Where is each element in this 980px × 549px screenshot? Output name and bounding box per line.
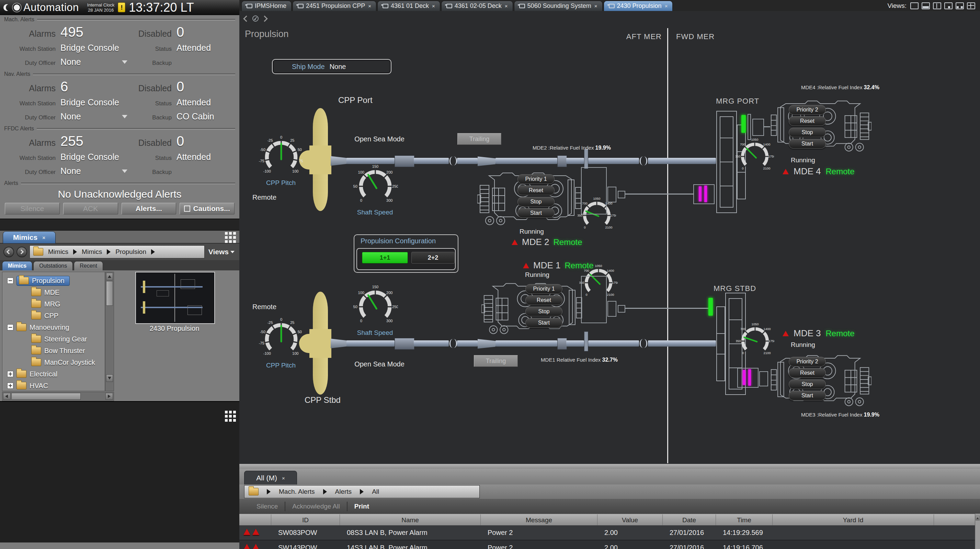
mde3-priority-button[interactable]: Priority 2	[789, 357, 826, 367]
expand-icon[interactable]	[7, 382, 13, 389]
alert-table-scrollbar[interactable]	[975, 514, 980, 549]
warning-badge-icon[interactable]: !	[118, 2, 125, 12]
expand-icon[interactable]	[7, 371, 13, 377]
mde2-reset-button[interactable]: Reset	[517, 186, 555, 195]
tree-scrollbar[interactable]	[105, 272, 114, 391]
acknowledge-all-button[interactable]: Acknowledge All	[292, 503, 340, 510]
close-icon[interactable]: ×	[594, 3, 598, 9]
tree-item-manoeuvring[interactable]: Manoeuvring	[2, 322, 105, 333]
tab-5060-sounding-system[interactable]: 5060 Sounding System ×	[514, 1, 603, 11]
all-machinery-tab[interactable]: All (M) ×	[244, 471, 297, 485]
tab-2451-propulsion-cpp[interactable]: 2451 Propulsion CPP ×	[293, 1, 376, 11]
cautions-button[interactable]: Cautions...	[180, 203, 234, 214]
scrollbar-thumb[interactable]	[106, 281, 113, 306]
duty-officer-dropdown[interactable]: None	[60, 111, 131, 121]
silence-alerts-button[interactable]: Silence	[256, 503, 278, 510]
views-dropdown[interactable]: Views	[207, 248, 236, 256]
mde4-priority-button[interactable]: Priority 2	[789, 105, 826, 114]
column-name[interactable]: Name	[340, 514, 481, 526]
scroll-up-icon[interactable]	[975, 516, 980, 520]
alerts-button[interactable]: Alerts...	[122, 203, 177, 214]
mde2-start-button[interactable]: Start	[517, 208, 555, 218]
close-icon[interactable]: ×	[432, 3, 435, 9]
tree-item-hvac[interactable]: HVAC	[2, 380, 105, 391]
column-id[interactable]: ID	[271, 514, 340, 526]
breadcrumb-item[interactable]: Alerts	[335, 488, 352, 495]
print-button[interactable]: Print	[354, 503, 369, 510]
mimic-thumbnail[interactable]	[135, 272, 215, 324]
compass-icon[interactable]	[251, 14, 259, 23]
nav-next-icon[interactable]	[261, 16, 267, 22]
mde1-stop-button[interactable]: Stop	[525, 307, 562, 316]
tree-item-steering-gear[interactable]: Steering Gear	[2, 333, 105, 345]
collapse-icon[interactable]	[7, 278, 13, 284]
port-trailing-button[interactable]: Trailing	[457, 133, 501, 145]
mde3-start-button[interactable]: Start	[789, 391, 826, 400]
breadcrumb-item[interactable]: All	[372, 488, 379, 495]
scroll-up-icon[interactable]	[106, 273, 113, 280]
scroll-left-icon[interactable]	[3, 393, 11, 400]
column-date[interactable]: Date	[663, 514, 716, 526]
tree-item-mancor-joystick[interactable]: ManCor Joystick	[2, 357, 105, 368]
day-mode-icon[interactable]	[14, 5, 20, 11]
close-icon[interactable]: ×	[282, 475, 285, 481]
duty-officer-dropdown[interactable]: None	[60, 166, 131, 176]
scroll-down-icon[interactable]	[106, 374, 113, 382]
collapse-icon[interactable]	[7, 324, 13, 330]
scroll-right-icon[interactable]	[105, 393, 113, 400]
mde1-priority-button[interactable]: Priority 1	[525, 284, 562, 294]
layout-quad-icon[interactable]	[967, 2, 975, 9]
close-icon[interactable]: ×	[368, 3, 371, 9]
tab-ipmshome[interactable]: IPMSHome	[242, 1, 291, 11]
layout-two-bottom-icon[interactable]	[956, 2, 964, 9]
subtab-outstations[interactable]: Outstations	[33, 261, 73, 270]
tree-item-bow-thruster[interactable]: Bow Thruster	[2, 345, 105, 357]
nav-forward-button[interactable]	[16, 247, 27, 257]
breadcrumb-item[interactable]: Mimics	[48, 248, 68, 255]
mde1-start-button[interactable]: Start	[525, 318, 562, 328]
mde1-reset-button[interactable]: Reset	[525, 295, 562, 305]
layout-split-horizontal-icon[interactable]	[922, 2, 930, 9]
mde2-priority-button[interactable]: Priority 1	[517, 174, 555, 184]
column-message[interactable]: Message	[481, 514, 598, 526]
tab-4361-01-deck[interactable]: 4361 01 Deck ×	[377, 1, 440, 11]
tree-item-mde[interactable]: MDE	[2, 287, 105, 298]
breadcrumb-item[interactable]: Mach. Alerts	[279, 488, 315, 495]
close-icon[interactable]: ×	[505, 3, 508, 9]
alert-row[interactable]: SW143POW 14S3 LAN B, Power Alarm Power 2…	[239, 540, 975, 549]
mimics-tab[interactable]: Mimics ×	[3, 231, 56, 244]
silence-button[interactable]: Silence	[5, 203, 60, 214]
night-mode-icon[interactable]	[3, 4, 10, 11]
tree-item-cpp[interactable]: CPP	[2, 310, 105, 322]
breadcrumb-item[interactable]: Mimics	[82, 248, 102, 255]
panel-divider[interactable]	[239, 464, 980, 469]
mde3-stop-button[interactable]: Stop	[789, 379, 826, 389]
mde4-reset-button[interactable]: Reset	[789, 116, 826, 126]
layout-single-icon[interactable]	[910, 2, 918, 9]
ack-button[interactable]: ACK	[63, 203, 118, 214]
breadcrumb-item[interactable]: Propulsion	[115, 248, 146, 255]
config-1plus1-button[interactable]: 1+1	[362, 252, 408, 263]
mde4-start-button[interactable]: Start	[789, 139, 826, 149]
config-2plus2-button[interactable]: 2+2	[411, 252, 455, 263]
alert-row[interactable]: SW083POW 08S3 LAN B, Power Alarm Power 2…	[239, 525, 975, 540]
ship-mode-box[interactable]: Ship Mode None	[272, 59, 391, 74]
duty-officer-dropdown[interactable]: None	[60, 57, 131, 67]
close-icon[interactable]: ×	[42, 235, 45, 241]
tree-item-electrical[interactable]: Electrical	[2, 368, 105, 380]
app-grid-icon[interactable]	[225, 411, 228, 414]
nav-back-button[interactable]	[3, 247, 14, 257]
app-grid-icon[interactable]	[225, 232, 228, 235]
tab-2430-propulsion[interactable]: 2430 Propulsion ×	[604, 1, 673, 11]
stbd-trailing-button[interactable]: Trailing	[474, 355, 518, 367]
subtab-mimics[interactable]: Mimics	[2, 261, 32, 270]
close-icon[interactable]: ×	[665, 3, 668, 9]
column-value[interactable]: Value	[598, 514, 663, 526]
column-yardid[interactable]: Yard Id	[773, 514, 934, 526]
scrollbar-thumb[interactable]	[11, 393, 81, 400]
layout-split-vertical-icon[interactable]	[933, 2, 941, 9]
tree-item-mrg[interactable]: MRG	[2, 298, 105, 310]
tab-4361-02-05-deck[interactable]: 4361 02-05 Deck ×	[441, 1, 513, 11]
column-time[interactable]: Time	[716, 514, 773, 526]
mde4-stop-button[interactable]: Stop	[789, 128, 826, 137]
